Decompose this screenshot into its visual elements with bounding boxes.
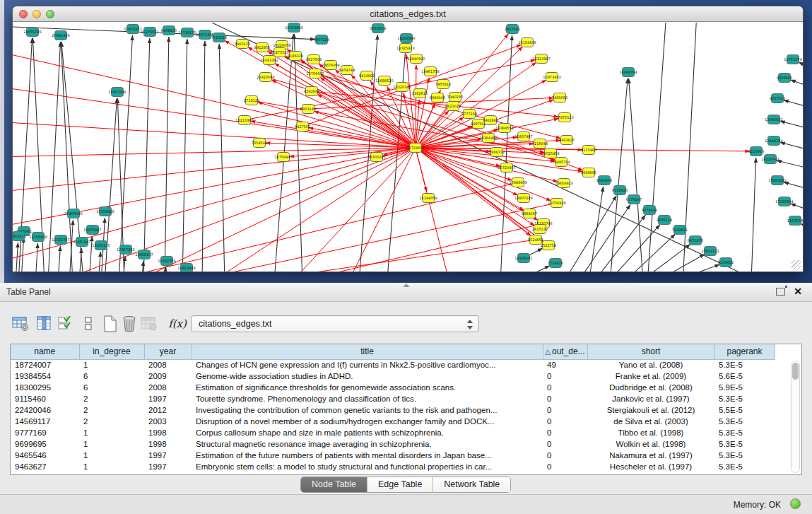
column-header-pagerank[interactable]: pagerank [714, 344, 775, 359]
column-header-in_degree[interactable]: in_degree [79, 344, 144, 359]
graph-node[interactable]: 9474444 [642, 206, 657, 215]
panel-divider-handle[interactable] [403, 284, 410, 287]
table-mode-icon[interactable] [11, 315, 30, 333]
graph-node[interactable]: 9699695 [581, 168, 596, 177]
graph-node[interactable]: 8427552 [295, 122, 310, 132]
graph-node[interactable]: 7515526 [211, 33, 227, 42]
graph-node[interactable]: 11156869 [29, 233, 47, 242]
graph-node[interactable]: 2803144 [300, 105, 316, 114]
graph-node[interactable]: 11451947 [73, 238, 90, 247]
table-row[interactable]: 946362711997Embryonic stem cells: a mode… [11, 461, 775, 472]
resize-grip-icon[interactable] [792, 260, 801, 270]
graph-node[interactable]: 2522754 [541, 241, 556, 250]
table-row[interactable]: 2242004622012Investigating the contribut… [11, 404, 775, 416]
node-table[interactable]: namein_degreeyeartitle△out_de...shortpag… [10, 344, 802, 475]
graph-node[interactable]: 7940280 [447, 93, 463, 102]
graph-node[interactable]: 1733426 [548, 259, 563, 268]
table-row[interactable]: 1938455462009Genome-wide association stu… [11, 370, 775, 382]
network-canvas[interactable]: 2405572620691406106532571527602184661601… [13, 23, 803, 271]
graph-node[interactable]: 1615132 [532, 225, 548, 234]
graph-node[interactable]: 9329966 [777, 74, 792, 83]
graph-node[interactable]: 16758447 [274, 153, 292, 162]
column-header-out_de[interactable]: △out_de... [543, 344, 587, 359]
graph-node[interactable]: 19495794 [552, 158, 570, 167]
select-columns-icon[interactable] [57, 315, 75, 333]
graph-node[interactable]: 19218986 [397, 34, 415, 43]
graph-node[interactable]: 9777169 [461, 110, 477, 119]
graph-node[interactable]: 16648784 [619, 68, 637, 77]
graph-node[interactable]: 9245652 [718, 258, 734, 267]
graph-node[interactable]: 12325413 [396, 44, 414, 53]
column-header-short[interactable]: short [587, 344, 714, 359]
graph-node[interactable]: 2718126 [244, 96, 259, 105]
graph-node[interactable]: 16640910 [407, 54, 425, 64]
graph-node[interactable]: 8860123 [235, 40, 250, 49]
graph-node[interactable]: 2887682 [505, 25, 520, 34]
graph-node[interactable]: 1362615 [412, 89, 428, 98]
graph-node[interactable]: 24055726 [23, 28, 41, 37]
window-titlebar[interactable]: citations_edges.txt [13, 6, 803, 22]
graph-node[interactable]: 10025458 [541, 149, 559, 158]
graph-node[interactable]: 8454749 [339, 66, 355, 75]
column-header-year[interactable]: year [144, 344, 192, 359]
graph-node[interactable]: 17975113 [555, 113, 573, 122]
graph-node[interactable]: 9227343 [770, 94, 785, 103]
table-row[interactable]: 946554611997Estimation of the future num… [11, 450, 775, 461]
graph-node[interactable]: 17016504 [775, 197, 793, 206]
row-height-icon[interactable] [80, 315, 98, 333]
graph-node[interactable]: 15688520 [375, 76, 393, 86]
graph-node[interactable]: 12213987 [532, 54, 550, 64]
graph-node[interactable]: 9414682 [359, 71, 375, 81]
column-header-title[interactable]: title [192, 344, 543, 359]
tab-network-table[interactable]: Network Table [433, 477, 510, 492]
scrollbar-thumb[interactable] [792, 363, 799, 380]
graph-node[interactable]: 17957253 [117, 245, 134, 255]
graph-node[interactable]: 18220342 [393, 83, 411, 92]
graph-node[interactable]: 9115460 [581, 146, 596, 155]
graph-node[interactable]: 9463627 [559, 136, 575, 145]
graph-node[interactable]: 12093832 [765, 115, 782, 124]
table-row[interactable]: 977716911998Corpus callosum shape and si… [11, 427, 775, 438]
table-selector-combobox[interactable]: citations_edges.txt [191, 315, 479, 332]
citation-graph[interactable]: 2405572620691406106532571527602184661601… [13, 23, 803, 271]
combo-stepper-icon[interactable] [466, 318, 473, 331]
graph-node[interactable]: 20206536 [64, 209, 82, 218]
graph-node[interactable]: 9990443 [430, 93, 445, 103]
graph-node[interactable]: 8186328 [288, 52, 303, 61]
graph-node[interactable]: 1167533 [787, 216, 803, 226]
graph-node[interactable]: 12923448 [177, 264, 195, 272]
table-row[interactable]: 969969511998Structural magnetic resonanc… [11, 438, 775, 450]
table-row[interactable]: 911546021997Tourette syndrome. Phenomeno… [11, 393, 775, 404]
graph-node[interactable]: 15276021 [141, 28, 158, 37]
graph-node[interactable]: 8912955 [254, 43, 270, 52]
graph-node[interactable]: 7485083 [552, 93, 567, 103]
graph-node[interactable]: 16154838 [518, 38, 536, 47]
graph-node[interactable]: 9821022 [445, 102, 461, 111]
table-row[interactable]: 1830029562008Estimation of significance … [11, 382, 775, 393]
float-panel-icon[interactable] [776, 288, 785, 296]
graph-node[interactable]: 6179197 [626, 195, 642, 204]
graph-node[interactable]: 8471676 [688, 236, 703, 245]
graph-node[interactable]: 8466160 [161, 26, 177, 35]
graph-node[interactable]: 7254544 [252, 139, 267, 148]
close-panel-icon[interactable]: ✕ [794, 286, 802, 297]
graph-node[interactable]: 16782759 [158, 257, 175, 266]
graph-node[interactable]: 6216044 [532, 139, 548, 148]
graph-node[interactable]: 7462664 [483, 116, 498, 125]
graph-node[interactable]: 7986372 [489, 148, 505, 157]
graph-node[interactable]: 21053346 [108, 88, 126, 97]
graph-node[interactable]: 9338923 [612, 186, 628, 195]
graph-node[interactable]: 10807487 [514, 132, 532, 141]
table-row[interactable]: 1456911722003Disruption of a novel membe… [11, 416, 775, 427]
graph-node[interactable]: 9884067 [522, 209, 537, 218]
graph-node[interactable]: 15144059 [419, 194, 437, 203]
graph-node[interactable]: 12444154 [765, 136, 782, 146]
graph-node[interactable]: 15693291 [768, 176, 786, 185]
graph-node[interactable]: 12342757 [52, 235, 69, 245]
show-columns-icon[interactable] [35, 315, 54, 333]
graph-node[interactable]: 16210643 [761, 155, 779, 164]
tab-edge-table[interactable]: Edge Table [367, 477, 433, 492]
network-view-window[interactable]: citations_edges.txt 24055726206914061065… [12, 6, 804, 272]
tab-node-table[interactable]: Node Table [301, 477, 367, 492]
graph-node[interactable]: 8215953 [748, 147, 764, 156]
